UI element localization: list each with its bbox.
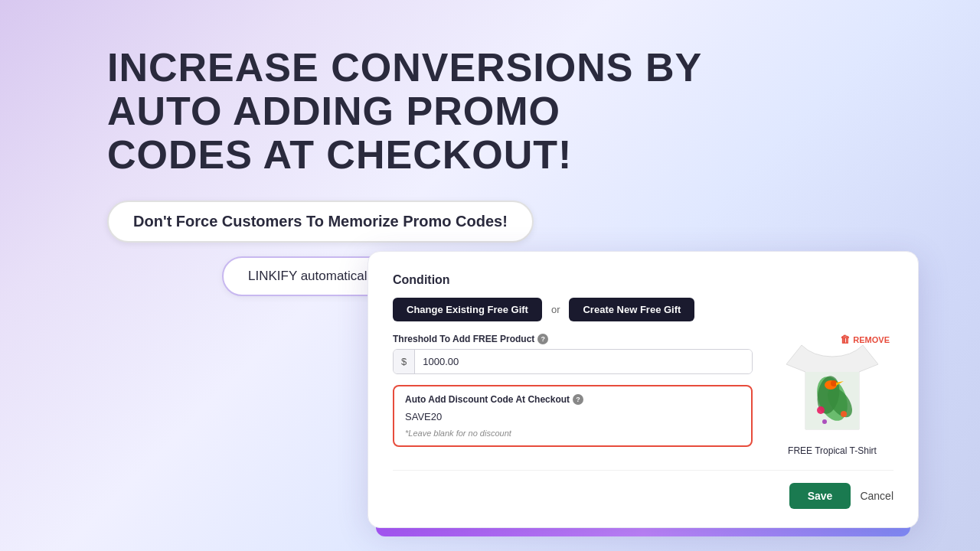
main-content-row: Threshold To Add FREE Product ? $ Auto A… <box>393 334 893 456</box>
threshold-input[interactable] <box>415 350 752 373</box>
button-row: Change Existing Free Gift or Create New … <box>393 298 893 321</box>
svg-point-6 <box>817 406 825 414</box>
page-wrapper: Increase Conversions By Auto Adding Prom… <box>0 0 980 551</box>
threshold-label: Threshold To Add FREE Product ? <box>393 334 753 344</box>
save-button[interactable]: Save <box>789 483 851 509</box>
or-separator: or <box>551 304 560 315</box>
svg-point-8 <box>822 419 827 424</box>
remove-button[interactable]: 🗑 REMOVE <box>840 334 890 345</box>
discount-section: Auto Add Discount Code At Checkout ? *Le… <box>393 385 753 447</box>
hero-title: Increase Conversions By Auto Adding Prom… <box>107 46 704 178</box>
cancel-button[interactable]: Cancel <box>860 490 893 502</box>
create-new-button[interactable]: Create New Free Gift <box>569 298 694 321</box>
discount-label: Auto Add Discount Code At Checkout ? <box>405 394 740 405</box>
discount-hint: *Leave blank for no discount <box>405 429 740 438</box>
threshold-input-wrapper: $ <box>393 349 753 374</box>
discount-info-icon: ? <box>573 394 583 405</box>
card-footer: Save Cancel <box>393 470 893 509</box>
tagline-pill-1: Don't Force Customers To Memorize Promo … <box>107 201 534 243</box>
product-image-wrapper: 🗑 REMOVE <box>782 334 882 441</box>
svg-point-5 <box>831 380 837 386</box>
product-name: FREE Tropical T-Shirt <box>788 445 877 456</box>
threshold-info-icon: ? <box>537 334 548 344</box>
form-section: Threshold To Add FREE Product ? $ Auto A… <box>393 334 753 456</box>
product-section: 🗑 REMOVE FREE Tropical T-Shirt <box>771 334 893 456</box>
card-bottom-accent <box>376 527 910 536</box>
condition-card: Condition Change Existing Free Gift or C… <box>368 251 919 528</box>
remove-label: REMOVE <box>853 335 890 344</box>
tshirt-image <box>786 337 878 437</box>
condition-title: Condition <box>393 273 893 287</box>
svg-point-7 <box>841 411 847 417</box>
dollar-prefix: $ <box>394 350 415 373</box>
remove-icon: 🗑 <box>840 334 850 345</box>
change-existing-button[interactable]: Change Existing Free Gift <box>393 298 542 321</box>
discount-code-input[interactable] <box>405 409 740 424</box>
condition-card-area: Condition Change Existing Free Gift or C… <box>368 251 919 528</box>
